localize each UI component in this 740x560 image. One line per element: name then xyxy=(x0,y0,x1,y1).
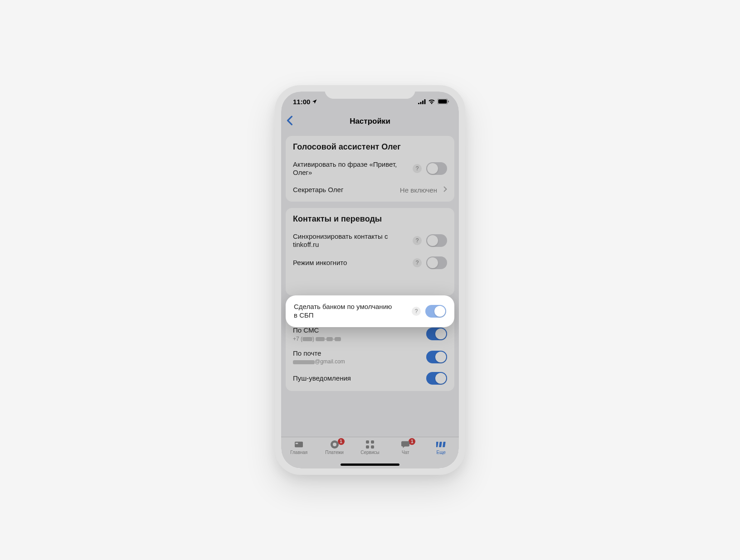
svg-rect-14 xyxy=(371,445,374,449)
svg-rect-15 xyxy=(401,441,409,447)
more-icon xyxy=(435,440,447,449)
tab-home-label: Главная xyxy=(290,450,307,455)
row-incognito: Режим инкогнито ? xyxy=(293,253,447,273)
chat-icon xyxy=(399,440,411,449)
home-icon xyxy=(293,440,305,449)
section-title-contacts: Контакты и переводы xyxy=(293,214,447,224)
svg-rect-13 xyxy=(366,445,369,449)
toggle-email[interactable] xyxy=(426,351,447,363)
secretary-value: Не включен xyxy=(400,186,437,194)
svg-rect-0 xyxy=(418,103,419,104)
highlight-sbp-default: Сделать банком по умолчанию в СБП ? xyxy=(286,295,454,327)
svg-point-10 xyxy=(333,443,336,446)
services-icon xyxy=(364,440,376,449)
svg-rect-1 xyxy=(420,102,422,104)
battery-icon xyxy=(438,98,449,106)
tab-services-label: Сервисы xyxy=(360,450,379,455)
svg-rect-2 xyxy=(422,101,424,104)
chevron-right-icon xyxy=(443,186,447,194)
tab-payments-label: Платежи xyxy=(325,450,344,455)
cellular-icon xyxy=(418,98,426,106)
sms-label: По СМС xyxy=(293,326,341,335)
sync-contacts-label: Синхронизировать контакты с tinkoff.ru xyxy=(293,232,397,250)
svg-rect-7 xyxy=(295,442,303,448)
wifi-icon xyxy=(428,98,435,106)
svg-rect-12 xyxy=(371,440,374,444)
section-contacts: Контакты и переводы Синхронизировать кон… xyxy=(286,208,454,295)
incognito-label: Режим инкогнито xyxy=(293,259,347,267)
svg-rect-5 xyxy=(438,99,447,103)
page-title: Настройки xyxy=(350,117,390,126)
back-button[interactable] xyxy=(287,116,293,128)
toggle-sms[interactable] xyxy=(426,328,447,340)
row-email: По почте @gmail.com xyxy=(293,346,447,369)
sbp-label: Сделать банком по умолчанию в СБП xyxy=(294,303,398,320)
tab-more-label: Еще xyxy=(437,450,446,455)
secretary-label: Секретарь Олег xyxy=(293,186,343,194)
location-icon xyxy=(312,98,317,106)
svg-rect-6 xyxy=(448,101,449,102)
toggle-push[interactable] xyxy=(426,372,447,385)
tab-chat-label: Чат xyxy=(402,450,409,455)
svg-rect-3 xyxy=(424,99,426,104)
activate-phrase-label: Активировать по фразе «Привет, Олег» xyxy=(293,160,397,178)
push-label: Пуш-уведомления xyxy=(293,374,351,383)
toggle-sync-contacts[interactable] xyxy=(426,234,447,247)
help-icon[interactable]: ? xyxy=(412,307,421,316)
nav-header: Настройки xyxy=(281,111,459,131)
section-title-voice: Голосовой ассистент Олег xyxy=(293,142,447,152)
home-indicator[interactable] xyxy=(341,463,399,466)
tab-home[interactable]: Главная xyxy=(282,440,315,455)
status-time: 11:00 xyxy=(293,98,310,106)
svg-rect-17 xyxy=(436,442,438,447)
notch xyxy=(325,85,415,99)
help-icon[interactable]: ? xyxy=(413,258,422,267)
email-sub: @gmail.com xyxy=(293,358,345,365)
toggle-activate-phrase[interactable] xyxy=(426,162,447,175)
svg-rect-18 xyxy=(439,442,442,447)
svg-rect-11 xyxy=(366,440,369,444)
phone-screen: 11:00 Настройки xyxy=(281,92,459,468)
content-scroll[interactable]: Голосовой ассистент Олег Активировать по… xyxy=(281,131,459,437)
toggle-incognito[interactable] xyxy=(426,256,447,269)
toggle-sbp-default[interactable] xyxy=(425,305,446,318)
row-sync-contacts: Синхронизировать контакты с tinkoff.ru ? xyxy=(293,229,447,253)
help-icon[interactable]: ? xyxy=(413,236,422,245)
row-push: Пуш-уведомления xyxy=(293,368,447,388)
row-secretary[interactable]: Секретарь Олег Не включен xyxy=(293,181,447,199)
tab-services[interactable]: Сервисы xyxy=(354,440,386,455)
row-activate-phrase: Активировать по фразе «Привет, Олег» ? xyxy=(293,157,447,181)
section-voice-assistant: Голосовой ассистент Олег Активировать по… xyxy=(286,136,454,202)
email-label: По почте xyxy=(293,349,345,358)
phone-frame: 11:00 Настройки xyxy=(275,85,465,475)
svg-rect-8 xyxy=(296,443,298,444)
tab-chat[interactable]: 1 Чат xyxy=(389,440,422,455)
sms-sub: +7 () -- xyxy=(293,336,341,342)
tab-payments[interactable]: 1 Платежи xyxy=(318,440,351,455)
payments-icon xyxy=(329,440,341,449)
svg-marker-16 xyxy=(403,446,405,449)
svg-rect-19 xyxy=(443,442,446,447)
help-icon[interactable]: ? xyxy=(413,164,422,173)
tab-more[interactable]: Еще xyxy=(425,440,458,455)
